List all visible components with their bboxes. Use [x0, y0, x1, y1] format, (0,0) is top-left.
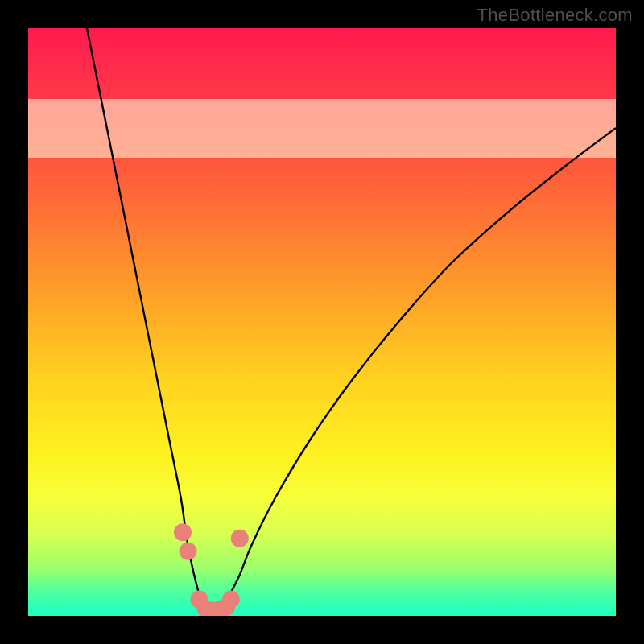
- chart-frame: TheBottleneck.com: [0, 0, 644, 644]
- marker-dot: [222, 591, 240, 609]
- marker-dot: [174, 523, 192, 541]
- marker-dot: [180, 543, 197, 560]
- plot-area: [28, 28, 616, 616]
- curve-layer: [28, 28, 616, 616]
- bottleneck-curve: [87, 28, 616, 616]
- marker-dot: [231, 530, 249, 547]
- watermark-text: TheBottleneck.com: [477, 5, 633, 26]
- marker-group: [174, 523, 249, 616]
